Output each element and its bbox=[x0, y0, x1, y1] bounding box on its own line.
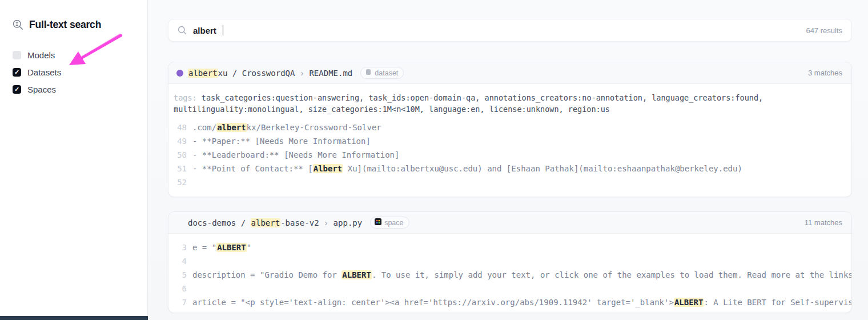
match-highlight: ALBERT bbox=[341, 270, 372, 279]
filter-models[interactable]: Models bbox=[13, 46, 61, 63]
repo-type-badge: space bbox=[370, 217, 409, 229]
spaces-grid-icon bbox=[375, 218, 381, 227]
line-number: 52 bbox=[173, 175, 187, 189]
file-name[interactable]: app.py bbox=[333, 218, 363, 227]
code-line: 6 bbox=[168, 282, 851, 295]
result-card: docs-demos / albert-base-v2›app.pyspace1… bbox=[168, 211, 852, 313]
match-highlight: albert bbox=[251, 218, 281, 227]
code-line: 3e = "ALBERT" bbox=[168, 241, 851, 254]
repo-avatar-placeholder bbox=[176, 219, 183, 226]
unchecked-checkbox-icon[interactable] bbox=[13, 51, 21, 59]
line-number: 49 bbox=[173, 134, 187, 148]
text-segment: e = " bbox=[192, 243, 216, 252]
filter-datasets[interactable]: ✓Datasets bbox=[13, 63, 61, 81]
results-count: 647 results bbox=[806, 26, 842, 35]
text-segment: kx/Berkeley-Crossword-Solver bbox=[247, 123, 381, 132]
text-segment: " bbox=[247, 243, 251, 252]
repo-path[interactable]: albertxu / CrosswordQA bbox=[188, 69, 295, 78]
sidebar-header: Full-text search bbox=[12, 19, 101, 31]
text-cursor bbox=[223, 25, 224, 35]
code-block: 48.com/albertkx/Berkeley-Crossword-Solve… bbox=[168, 121, 851, 189]
code-line: 48.com/albertkx/Berkeley-Crossword-Solve… bbox=[168, 121, 851, 134]
line-number: 51 bbox=[173, 162, 187, 175]
line-content bbox=[192, 282, 851, 295]
match-highlight: Albert bbox=[313, 164, 343, 173]
text-segment: xu / CrosswordQA bbox=[218, 69, 295, 78]
result-card: albertxu / CrosswordQA›README.mddataset3… bbox=[168, 62, 852, 197]
text-segment: : A Lite BERT for Self-supervised bbox=[704, 298, 851, 307]
text-segment: - **Point of Contact:** [ bbox=[192, 164, 313, 173]
filter-label: Spaces bbox=[27, 85, 56, 94]
main-content: albert 647 results albertxu / CrosswordQ… bbox=[148, 0, 868, 320]
filter-label: Models bbox=[27, 50, 55, 60]
line-content: - **Point of Contact:** [Albert Xu](mail… bbox=[192, 162, 851, 175]
text-segment: description = "Gradio Demo for bbox=[192, 270, 341, 279]
line-number: 50 bbox=[173, 148, 187, 162]
tags-text: multilinguality:monolingual, size_catego… bbox=[174, 105, 610, 114]
line-content: e = "ALBERT" bbox=[192, 241, 851, 254]
result-header[interactable]: docs-demos / albert-base-v2›app.pyspace1… bbox=[168, 212, 851, 234]
full-text-search-icon bbox=[12, 19, 24, 31]
code-line: 5description = "Gradio Demo for ALBERT. … bbox=[168, 268, 851, 282]
bottom-dark-bar bbox=[0, 316, 148, 320]
line-number: 48 bbox=[173, 121, 187, 134]
match-highlight: albert bbox=[188, 69, 218, 78]
page-title: Full-text search bbox=[29, 19, 101, 31]
match-count: 3 matches bbox=[808, 69, 842, 77]
line-content: .com/albertkx/Berkeley-Crossword-Solver bbox=[192, 121, 851, 134]
text-segment: article = "<p style='text-align: center'… bbox=[192, 298, 674, 307]
code-line: 7article = "<p style='text-align: center… bbox=[168, 295, 851, 309]
line-content: description = "Gradio Demo for ALBERT. T… bbox=[192, 268, 851, 282]
code-line: 49- **Paper:** [Needs More Information] bbox=[168, 134, 851, 148]
tags-text: task_categories:question-answering, task… bbox=[202, 93, 763, 102]
search-input[interactable]: albert 647 results bbox=[168, 19, 852, 42]
result-header[interactable]: albertxu / CrosswordQA›README.mddataset3… bbox=[168, 62, 851, 84]
match-highlight: ALBERT bbox=[216, 243, 247, 252]
filter-list: Models✓Datasets✓Spaces bbox=[13, 46, 61, 98]
match-highlight: albert bbox=[216, 123, 247, 132]
code-line: 50- **Leaderboard:** [Needs More Informa… bbox=[168, 148, 851, 162]
line-content bbox=[192, 254, 851, 268]
result-body: tags: task_categories:question-answering… bbox=[168, 84, 851, 189]
repo-path[interactable]: docs-demos / albert-base-v2 bbox=[188, 218, 319, 227]
code-line: 52 bbox=[168, 175, 851, 189]
line-content bbox=[192, 175, 851, 189]
line-content: - **Leaderboard:** [Needs More Informati… bbox=[192, 148, 851, 162]
text-segment: . To use it, simply add your text, or cl… bbox=[372, 270, 851, 279]
code-block: 3e = "ALBERT"45description = "Gradio Dem… bbox=[168, 241, 851, 309]
tags-block: tags: task_categories:question-answering… bbox=[168, 91, 851, 121]
path-separator-icon: › bbox=[299, 68, 304, 78]
line-content: article = "<p style='text-align: center'… bbox=[192, 295, 851, 309]
database-icon bbox=[365, 69, 372, 77]
match-count: 11 matches bbox=[805, 218, 842, 227]
badge-label: dataset bbox=[375, 69, 398, 77]
repo-avatar bbox=[176, 70, 183, 77]
path-separator-icon: › bbox=[324, 218, 329, 227]
line-number: 4 bbox=[173, 254, 187, 268]
filter-spaces[interactable]: ✓Spaces bbox=[13, 81, 61, 98]
line-content: - **Paper:** [Needs More Information] bbox=[192, 134, 851, 148]
text-segment: - **Paper:** [Needs More Information] bbox=[192, 137, 371, 146]
text-segment: -base-v2 bbox=[280, 218, 319, 227]
match-highlight: ALBERT bbox=[674, 298, 704, 307]
line-number: 3 bbox=[173, 241, 187, 254]
search-icon bbox=[178, 26, 187, 35]
text-segment: .com/ bbox=[192, 123, 216, 132]
code-line: 51- **Point of Contact:** [Albert Xu](ma… bbox=[168, 162, 851, 175]
sidebar: Full-text search Models✓Datasets✓Spaces bbox=[0, 0, 148, 320]
checked-checkbox-icon[interactable]: ✓ bbox=[13, 68, 21, 77]
code-line: 4 bbox=[168, 254, 851, 268]
line-number: 5 bbox=[173, 268, 187, 282]
repo-type-badge: dataset bbox=[360, 67, 404, 79]
filter-label: Datasets bbox=[27, 67, 61, 77]
checked-checkbox-icon[interactable]: ✓ bbox=[13, 85, 21, 94]
line-number: 6 bbox=[173, 282, 187, 295]
result-body: 3e = "ALBERT"45description = "Gradio Dem… bbox=[168, 234, 851, 309]
tags-label: tags: bbox=[174, 93, 202, 102]
line-number: 7 bbox=[173, 295, 187, 309]
search-query-text: albert bbox=[193, 26, 216, 35]
text-segment: Xu](mailto:albertxu@usc.edu) and [Eshaan… bbox=[343, 164, 742, 173]
text-segment: - **Leaderboard:** [Needs More Informati… bbox=[192, 150, 399, 159]
text-segment: docs-demos / bbox=[188, 218, 251, 227]
file-name[interactable]: README.md bbox=[309, 69, 352, 78]
